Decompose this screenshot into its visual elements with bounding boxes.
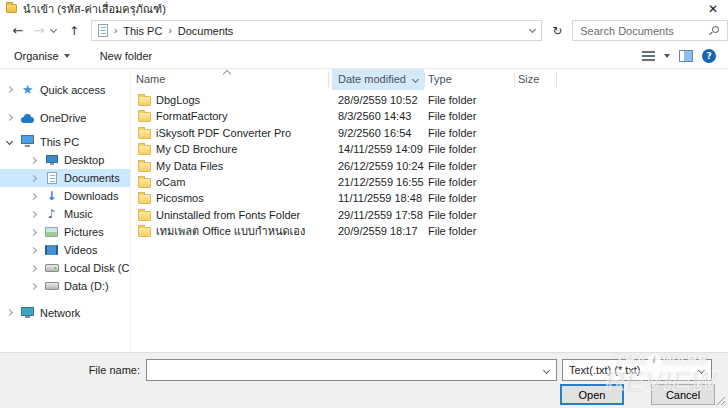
folder-icon [138, 96, 151, 106]
sidebar-item-pictures[interactable]: Pictures [0, 223, 130, 241]
organise-button[interactable]: Organise [14, 50, 70, 62]
expand-chevron-icon[interactable] [30, 282, 37, 289]
folder-icon [138, 129, 151, 139]
sidebar-item-downloads[interactable]: ↓ Downloads [0, 187, 130, 205]
sidebar-item-local-disk-c[interactable]: Local Disk (C:) [0, 259, 130, 277]
file-list: Name Date modified Type Size DbgLogs 28/… [130, 69, 728, 352]
expand-chevron-icon[interactable] [6, 114, 13, 121]
dropdown-arrow-icon [64, 54, 70, 58]
folder-icon [138, 227, 151, 237]
dialog-footer: File name: Text(.txt) (*.txt) Open Cance… [0, 352, 728, 408]
table-row[interactable]: Uninstalled from Fonts Folder 29/11/2559… [130, 207, 728, 223]
collapse-chevron-icon[interactable] [6, 138, 13, 145]
sidebar-item-quick-access[interactable]: ★ Quick access [0, 80, 130, 99]
expand-chevron-icon[interactable] [30, 156, 37, 163]
table-row[interactable]: เทมเพลต Office แบบกำหนดเอง 20/9/2559 18:… [130, 223, 728, 239]
file-name-label: File name: [58, 364, 140, 376]
command-toolbar: Organise New folder ? [0, 44, 728, 69]
sidebar-item-desktop[interactable]: Desktop [0, 151, 130, 169]
expand-chevron-icon[interactable] [6, 309, 13, 316]
cancel-button[interactable]: Cancel [651, 384, 715, 405]
folder-icon [138, 194, 151, 204]
address-bar[interactable]: › This PC › Documents [91, 20, 542, 41]
open-file-dialog: นำเข้า (รหัส-ค่าเสื่อมครุภัณฑ์) ✕ ← → ↑ … [0, 0, 728, 408]
sidebar-item-documents[interactable]: Documents [0, 169, 130, 187]
navigation-bar: ← → ↑ › This PC › Documents ↻ [0, 17, 728, 44]
navigation-pane: ★ Quick access OneDrive This PC Desktop … [0, 69, 130, 352]
app-icon [6, 4, 17, 13]
desktop-icon [44, 153, 59, 167]
table-row[interactable]: oCam 21/12/2559 16:55 File folder [130, 174, 728, 190]
column-headers: Name Date modified Type Size [130, 69, 728, 90]
forward-button[interactable]: → [31, 24, 47, 37]
expand-chevron-icon[interactable] [30, 192, 37, 199]
help-icon[interactable]: ? [702, 49, 716, 63]
sidebar-item-this-pc[interactable]: This PC [0, 132, 130, 151]
search-input[interactable] [573, 21, 727, 40]
preview-pane-icon[interactable] [679, 50, 693, 62]
sidebar-item-data-d[interactable]: Data (D:) [0, 277, 130, 295]
breadcrumb-separator: › [114, 25, 117, 36]
music-note-icon: ♪ [44, 207, 59, 221]
column-header-name[interactable]: Name [136, 69, 165, 90]
file-rows: DbgLogs 28/9/2559 10:52 File folder Form… [130, 92, 728, 240]
back-button[interactable]: ← [10, 24, 26, 37]
sidebar-item-network[interactable]: Network [0, 303, 130, 322]
close-icon[interactable]: ✕ [704, 2, 722, 16]
network-icon [20, 306, 35, 320]
videos-icon [44, 243, 59, 257]
folder-icon [138, 211, 151, 221]
breadcrumb-separator: › [168, 25, 171, 36]
folder-icon [138, 178, 151, 188]
file-type-dropdown-chevron-icon [698, 367, 705, 374]
expand-chevron-icon[interactable] [30, 228, 37, 235]
list-view-icon[interactable] [642, 51, 655, 61]
search-icon [712, 26, 719, 33]
local-disk-icon [44, 261, 59, 275]
expand-chevron-icon[interactable] [30, 210, 37, 217]
sidebar-item-onedrive[interactable]: OneDrive [0, 108, 130, 127]
breadcrumb-this-pc[interactable]: This PC [123, 25, 162, 37]
table-row[interactable]: My CD Brochure 14/11/2559 14:09 File fol… [130, 141, 728, 157]
open-button[interactable]: Open [560, 384, 624, 405]
refresh-button[interactable]: ↻ [548, 25, 566, 37]
recent-locations-chevron-icon[interactable] [50, 25, 57, 32]
quick-access-star-icon: ★ [20, 83, 35, 97]
table-row[interactable]: iSkysoft PDF Converter Pro 9/2/2560 16:5… [130, 125, 728, 141]
pictures-icon [44, 225, 59, 239]
sort-ascending-icon [223, 70, 231, 78]
expand-chevron-icon[interactable] [30, 264, 37, 271]
expand-chevron-icon[interactable] [30, 246, 37, 253]
column-header-date-modified[interactable]: Date modified [332, 69, 424, 90]
column-header-type[interactable]: Type [428, 69, 452, 90]
filter-chevron-icon[interactable] [412, 76, 419, 83]
table-row[interactable]: My Data Files 26/12/2559 10:24 File fold… [130, 158, 728, 174]
table-row[interactable]: DbgLogs 28/9/2559 10:52 File folder [130, 92, 728, 108]
search-box [572, 20, 728, 41]
file-type-select[interactable]: Text(.txt) (*.txt) [562, 359, 712, 381]
up-button[interactable]: ↑ [66, 25, 82, 37]
sidebar-item-music[interactable]: ♪ Music [0, 205, 130, 223]
window-title: นำเข้า (รหัส-ค่าเสื่อมครุภัณฑ์) [23, 0, 166, 18]
this-pc-icon [20, 135, 35, 149]
folder-icon [138, 162, 151, 172]
title-bar: นำเข้า (รหัส-ค่าเสื่อมครุภัณฑ์) ✕ [0, 0, 728, 17]
file-name-input[interactable] [147, 360, 556, 380]
new-folder-button[interactable]: New folder [100, 50, 153, 62]
data-disk-icon [44, 279, 59, 293]
onedrive-cloud-icon [20, 111, 35, 125]
view-controls: ? [642, 49, 716, 63]
file-name-combo [146, 359, 557, 381]
expand-chevron-icon[interactable] [30, 174, 37, 181]
documents-icon [44, 171, 59, 185]
view-dropdown-arrow-icon[interactable] [664, 54, 670, 58]
folder-icon [138, 145, 151, 155]
address-dropdown-chevron-icon[interactable] [529, 26, 536, 33]
breadcrumb-documents[interactable]: Documents [178, 25, 234, 37]
table-row[interactable]: Picosmos 11/11/2559 18:48 File folder [130, 190, 728, 206]
column-header-size[interactable]: Size [518, 69, 539, 90]
folder-icon [138, 112, 151, 122]
expand-chevron-icon[interactable] [6, 86, 13, 93]
sidebar-item-videos[interactable]: Videos [0, 241, 130, 259]
table-row[interactable]: FormatFactory 8/3/2560 14:43 File folder [130, 108, 728, 124]
